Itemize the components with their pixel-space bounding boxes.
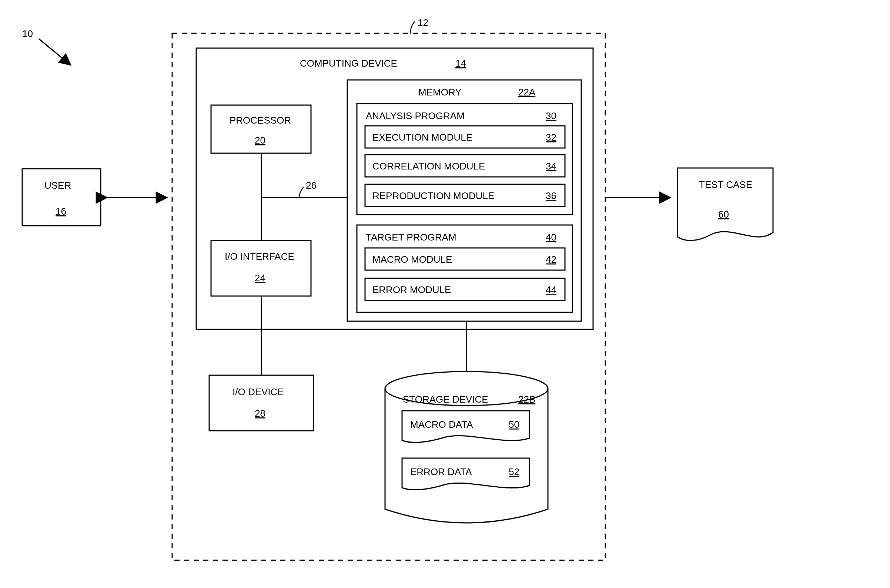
storage-item-1-ref: 52 [509, 466, 519, 477]
storage-device-ref: 22B [518, 394, 535, 405]
target-module-0-ref: 42 [546, 254, 556, 265]
computing-device-label: COMPUTING DEVICE [300, 58, 397, 69]
storage-device-label: STORAGE DEVICE [403, 394, 488, 405]
analysis-module-0-label: EXECUTION MODULE [373, 132, 472, 143]
boundary-leader [410, 21, 415, 34]
io-interface-box [211, 240, 311, 296]
user-box [22, 169, 101, 226]
io-interface-ref: 24 [255, 272, 265, 284]
boundary-ref: 12 [418, 17, 428, 28]
processor-ref: 20 [255, 135, 265, 146]
overall-ref: 10 [22, 28, 33, 39]
bus-leader [299, 187, 304, 198]
analysis-module-0-ref: 32 [546, 132, 556, 143]
overall-ref-arrow [39, 39, 70, 65]
target-program-label: TARGET PROGRAM [366, 232, 457, 243]
analysis-module-1-ref: 34 [546, 160, 556, 172]
test-case-ref: 60 [718, 209, 729, 220]
storage-item-0-ref: 50 [509, 419, 519, 430]
io-interface-label: I/O INTERFACE [225, 251, 294, 262]
memory-ref: 22A [518, 87, 536, 98]
storage-item-1-label: ERROR DATA [410, 466, 472, 477]
target-module-1-label: ERROR MODULE [373, 284, 451, 295]
analysis-program-label: ANALYSIS PROGRAM [366, 110, 465, 122]
target-module-0-label: MACRO MODULE [373, 254, 452, 265]
analysis-module-1-label: CORRELATION MODULE [373, 160, 485, 172]
analysis-module-2-ref: 36 [546, 190, 556, 201]
analysis-program-ref: 30 [546, 110, 556, 122]
processor-box [211, 105, 311, 153]
target-program-ref: 40 [546, 232, 556, 243]
processor-label: PROCESSOR [230, 115, 291, 126]
io-device-box [209, 375, 314, 431]
user-label: USER [44, 180, 71, 191]
storage-item-0-label: MACRO DATA [410, 419, 473, 430]
io-device-ref: 28 [255, 408, 265, 419]
analysis-module-2-label: REPRODUCTION MODULE [373, 190, 494, 201]
memory-label: MEMORY [418, 87, 462, 98]
test-case-label: TEST CASE [699, 179, 752, 190]
target-module-1-ref: 44 [546, 284, 556, 295]
user-ref: 16 [56, 206, 66, 217]
computing-device-ref: 14 [456, 58, 466, 69]
bus-ref: 26 [306, 180, 317, 191]
io-device-label: I/O DEVICE [233, 386, 284, 398]
